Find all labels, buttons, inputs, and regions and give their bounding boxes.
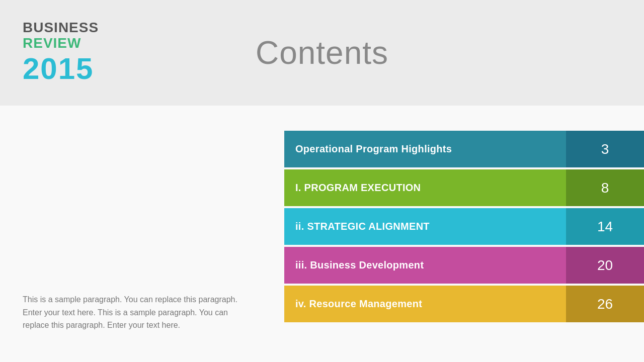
toc-label-4: iii. Business Development [284, 247, 566, 284]
brand-year: 2015 [23, 52, 99, 85]
table-of-contents: Operational Program Highlights3I. PROGRA… [284, 126, 644, 322]
brand-review: REVIEW [23, 36, 99, 51]
sample-paragraph: This is a sample paragraph. You can repl… [23, 293, 239, 332]
toc-label-2: I. PROGRAM EXECUTION [284, 169, 566, 206]
toc-page-4: 20 [566, 247, 644, 284]
brand-business: BUSINESS [23, 20, 99, 36]
header: BUSINESS REVIEW 2015 Contents [0, 0, 644, 106]
table-row[interactable]: ii. STRATEGIC ALIGNMENT14 [284, 208, 644, 245]
toc-page-3: 14 [566, 208, 644, 245]
toc-page-2: 8 [566, 169, 644, 206]
toc-label-3: ii. STRATEGIC ALIGNMENT [284, 208, 566, 245]
toc-page-1: 3 [566, 131, 644, 167]
table-row[interactable]: I. PROGRAM EXECUTION8 [284, 169, 644, 206]
table-row[interactable]: iii. Business Development20 [284, 247, 644, 284]
page-title: Contents [256, 34, 388, 71]
table-row[interactable]: Operational Program Highlights3 [284, 131, 644, 167]
toc-label-5: iv. Resource Management [284, 286, 566, 322]
brand: BUSINESS REVIEW 2015 [23, 20, 99, 85]
toc-label-1: Operational Program Highlights [284, 131, 566, 167]
content-area: This is a sample paragraph. You can repl… [0, 106, 644, 362]
table-row[interactable]: iv. Resource Management26 [284, 286, 644, 322]
toc-page-5: 26 [566, 286, 644, 322]
left-panel: This is a sample paragraph. You can repl… [23, 126, 284, 342]
